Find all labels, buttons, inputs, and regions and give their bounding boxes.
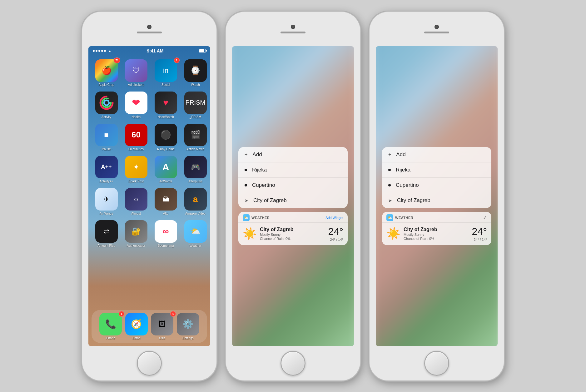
app-prism[interactable]: PRISM _PRISM [182,92,209,119]
menu-item-add-3[interactable]: + Add [382,147,491,162]
dock-safari[interactable]: 🧭 Safari [125,313,148,340]
app-sparkpost[interactable]: ✦ Spark Post [123,156,149,183]
plus-icon-2: + [245,152,247,157]
app-health[interactable]: ❤ Health [123,92,149,119]
app-icon-heartwatch: ♥ [155,92,177,114]
menu-item-rijeka-2[interactable]: Rijeka [238,162,348,178]
menu-panel-2: + Add Rijeka Cupertino ➤ City of Zagreb [238,147,348,208]
app-airwings[interactable]: ✈ Air Wings [93,188,120,215]
app-icon-watch: ⌚ [184,59,207,82]
app-label-amountplus: Amount Plus [97,244,115,247]
phone-bottom-3 [424,346,449,380]
home-button-3[interactable] [424,351,449,376]
app-icon-boomerang: ∞ [155,220,177,243]
battery-area [199,49,206,52]
home-button-2[interactable] [281,351,305,376]
app-icon-activitypp: A++ [95,156,118,178]
app-actionmovie[interactable]: 🎬 Action Movie [182,124,209,151]
badge-apple-crap: 71 [114,57,120,63]
app-amountplus[interactable]: ⇌ Amount Plus [93,220,120,247]
badge-social: 1 [174,57,180,63]
app-icon-actionmovie: 🎬 [184,124,207,146]
camera-3 [435,25,439,29]
dock-safari-icon: 🧭 [125,313,148,335]
app-pause[interactable]: ■ · Pause · [93,124,120,151]
signal-dot-5 [104,50,106,52]
app-label-weather: Weather [190,244,201,247]
app-60min[interactable]: 60 60 Minutes [123,124,149,151]
menu-item-zagreb-3[interactable]: ➤ City of Zagreb [382,193,491,208]
app-label-tinygame: A Tiny Game [157,147,175,151]
app-amazon[interactable]: a Amazon Video [182,188,209,215]
app-watch[interactable]: ⌚ Watch [182,59,209,87]
app-almost[interactable]: ○ Almost [123,188,149,215]
add-widget-btn-2[interactable]: Add Widget [325,216,343,220]
app-icon-afterpulse: 🎮 [184,156,207,178]
dock-phone-label: Phone [106,336,115,340]
weather-app-icon-2: ⛅ [243,214,250,221]
app-label-activity: Activity [102,115,112,119]
app-ad-blockers[interactable]: 🛡 Ad blockers [123,59,149,87]
phone-top-3 [370,12,504,46]
app-label-almost: Almost [131,212,141,215]
checkmark-icon-3[interactable]: ✓ [483,215,487,221]
menu-item-cupertino-2[interactable]: Cupertino [238,178,348,193]
dock-safari-label: Safari [132,336,141,340]
home-button-1[interactable] [137,351,162,376]
weather-temp-3: 24° [472,226,487,237]
app-label-health: Health [132,115,141,119]
weather-widget-2: ⛅ WEATHER Add Widget ☀️ City of Zagreb M… [238,212,348,245]
weather-info-2: City of Zagreb Mostly Sunny Chance of Ra… [260,227,325,241]
app-label-watch: Watch [191,83,200,87]
weather-title-2: WEATHER [251,216,270,220]
app-label-activitypp: Activity++ [100,180,113,183]
app-alto[interactable]: 🏔 Alto [152,188,179,215]
app-label-apple-crap: Apple Crap [98,83,114,87]
dock-phone[interactable]: 1 📞 Phone [99,313,122,340]
weather-info-3: City of Zagreb Mostly Sunny Chance of Ra… [404,227,469,241]
battery-fill [199,49,204,52]
app-afterpulse[interactable]: 🎮 Afterpulse [182,156,209,183]
app-tinygame[interactable]: ⚫ A Tiny Game [152,124,179,151]
sun-icon-3: ☀️ [386,227,400,240]
weather-temp-2: 24° [328,226,343,237]
app-label-adwords: AdWords [159,180,172,183]
widget-content-3: + Add Rijeka Cupertino ➤ City of Zagreb [376,46,498,346]
app-activity[interactable]: Activity [93,92,120,119]
menu-item-rijeka-3[interactable]: Rijeka [382,162,491,178]
app-activitypp[interactable]: A++ Activity++ [93,156,120,183]
wifi-icon: ▲ [108,49,112,53]
app-icon-sparkpost: ✦ [125,156,147,178]
weather-title-3: WEATHER [395,216,413,220]
screen-1: ▲ 9:41 AM 71 🍎 Apple Crap [88,46,210,346]
menu-item-add-2[interactable]: + Add [238,147,348,162]
app-social[interactable]: 1 in Social [152,59,179,87]
menu-label-cupertino-3: Cupertino [396,182,419,188]
menu-panel-3: + Add Rijeka Cupertino ➤ City of Zagreb [382,147,491,208]
weather-header-left-2: ⛅ WEATHER [243,214,270,221]
widget-content-2: + Add Rijeka Cupertino ➤ City of Zagreb [232,46,354,346]
app-icon-prism: PRISM [184,92,207,114]
app-weather[interactable]: ⛅ Weather [182,220,209,247]
signal-dot-4 [101,50,103,52]
status-bar-1: ▲ 9:41 AM [88,46,210,56]
dock-utils[interactable]: 1 🖼 Utils [151,313,173,340]
dock-settings[interactable]: ⚙️ Settings [177,313,199,340]
menu-item-zagreb-2[interactable]: ➤ City of Zagreb [238,193,348,208]
camera-1 [147,25,151,29]
app-adwords[interactable]: A AdWords [152,156,179,183]
menu-item-cupertino-3[interactable]: Cupertino [382,178,491,193]
dock: 1 📞 Phone 🧭 Safari 1 🖼 Utils [92,310,207,343]
dot-icon-rijeka-3 [388,169,391,171]
dot-icon-cupertino-3 [388,184,391,186]
dock-settings-icon: ⚙️ [177,313,199,335]
app-label-authenticator: Authenticator [127,244,145,247]
app-heartwatch[interactable]: ♥ HeartWatch [152,92,179,119]
app-icon-60min: 60 [125,124,147,146]
phone-2: + Add Rijeka Cupertino ➤ City of Zagreb [226,12,360,380]
app-apple-crap[interactable]: 71 🍎 Apple Crap [93,59,120,87]
app-boomerang[interactable]: ∞ Boomerang [152,220,179,247]
app-authenticator[interactable]: 🔐 Authenticator [123,220,149,247]
screen-2: + Add Rijeka Cupertino ➤ City of Zagreb [232,46,354,346]
app-icon-health: ❤ [125,92,147,114]
